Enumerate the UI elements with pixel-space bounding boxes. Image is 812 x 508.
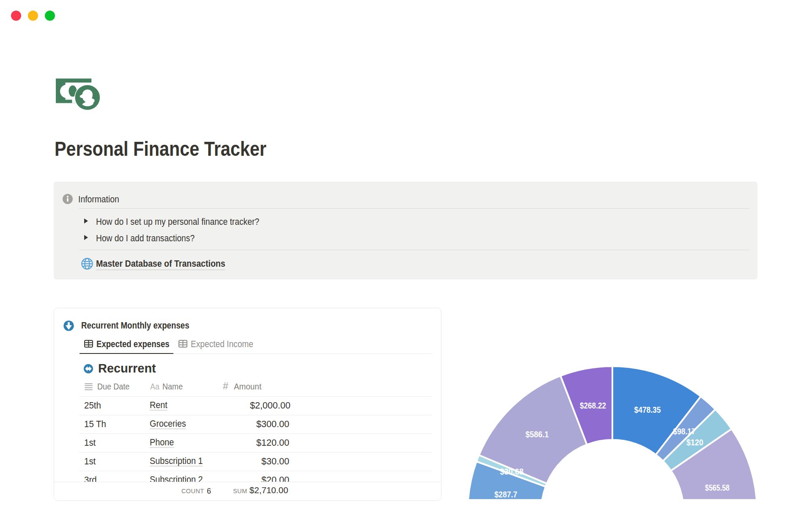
svg-text:$586.1: $586.1	[526, 429, 549, 439]
svg-text:$98.17: $98.17	[673, 426, 696, 436]
svg-text:$565.58: $565.58	[705, 483, 730, 492]
svg-text:$268.22: $268.22	[580, 400, 606, 410]
svg-text:$287.7: $287.7	[494, 489, 517, 499]
svg-text:$30.68: $30.68	[500, 467, 524, 476]
svg-text:$120: $120	[686, 437, 703, 447]
svg-text:$478.35: $478.35	[634, 405, 661, 414]
